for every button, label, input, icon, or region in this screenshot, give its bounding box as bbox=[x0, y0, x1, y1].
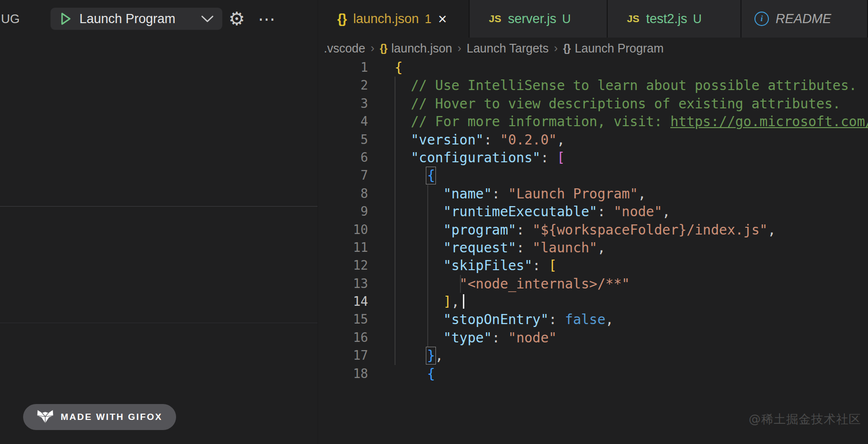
debug-config-selector[interactable]: Launch Program bbox=[51, 8, 222, 30]
line-number[interactable]: 14 bbox=[318, 293, 368, 311]
line-number[interactable]: 9 bbox=[318, 203, 368, 221]
breadcrumb-item-launch-json[interactable]: {}launch.json bbox=[380, 41, 452, 55]
line-number[interactable]: 17 bbox=[318, 347, 368, 365]
line-number[interactable]: 12 bbox=[318, 257, 368, 274]
line-number[interactable]: 8 bbox=[318, 185, 368, 203]
line-content: ], bbox=[368, 293, 464, 311]
code-line-9[interactable]: 9 "runtimeExecutable": "node", bbox=[318, 203, 868, 221]
code-token: "${workspaceFolder}/index.js" bbox=[533, 222, 768, 238]
code-line-15[interactable]: 15 "stopOnEntry": false, bbox=[318, 311, 868, 328]
code-token: "Launch Program" bbox=[508, 186, 638, 202]
close-icon[interactable]: × bbox=[438, 12, 447, 26]
line-content: { bbox=[368, 167, 435, 184]
line-number[interactable]: 13 bbox=[318, 275, 368, 293]
start-debugging-icon[interactable] bbox=[60, 12, 72, 26]
breadcrumb-item-launch-program[interactable]: {}Launch Program bbox=[563, 41, 664, 55]
code-token: { bbox=[395, 60, 403, 76]
tab-label: test2.js bbox=[646, 12, 688, 26]
tab-test2-js[interactable]: JStest2.jsU bbox=[608, 0, 741, 38]
code-token: , bbox=[638, 186, 646, 202]
fox-icon bbox=[37, 409, 54, 425]
line-content: "name": "Launch Program", bbox=[368, 185, 646, 203]
tab-launch-json[interactable]: {}launch.json1× bbox=[318, 0, 470, 38]
line-content: // Hover to view descriptions of existin… bbox=[368, 95, 841, 113]
code-line-5[interactable]: 5 "version": "0.2.0", bbox=[318, 131, 868, 149]
sidebar-title-partial: UG bbox=[1, 0, 20, 38]
breadcrumb-separator: › bbox=[549, 41, 563, 55]
line-number[interactable]: 11 bbox=[318, 239, 368, 257]
line-number[interactable]: 10 bbox=[318, 221, 368, 239]
code-line-11[interactable]: 11 "request": "launch", bbox=[318, 239, 868, 257]
code-line-6[interactable]: 6 "configurations": [ bbox=[318, 149, 868, 167]
code-line-1[interactable]: 1{ bbox=[318, 59, 868, 77]
breadcrumb-separator: › bbox=[365, 41, 380, 55]
code-line-14[interactable]: 14 ], bbox=[318, 293, 868, 311]
line-number[interactable]: 3 bbox=[318, 95, 368, 113]
code-token: : bbox=[516, 222, 533, 238]
line-content: { bbox=[368, 59, 403, 77]
gifox-label: MADE WITH GIFOX bbox=[61, 412, 163, 422]
line-number[interactable]: 5 bbox=[318, 131, 368, 149]
code-line-8[interactable]: 8 "name": "Launch Program", bbox=[318, 185, 868, 203]
code-line-16[interactable]: 16 "type": "node" bbox=[318, 329, 868, 347]
gifox-badge: MADE WITH GIFOX bbox=[23, 404, 176, 430]
code-token: "node" bbox=[613, 204, 662, 220]
code-token: , bbox=[557, 132, 565, 148]
code-token: , bbox=[451, 294, 460, 310]
gear-icon[interactable]: ⚙ bbox=[225, 0, 248, 38]
code-token: "stopOnEntry" bbox=[443, 312, 549, 327]
line-number[interactable]: 7 bbox=[318, 167, 368, 184]
line-number[interactable]: 4 bbox=[318, 113, 368, 131]
code-token: "name" bbox=[443, 186, 492, 202]
code-line-10[interactable]: 10 "program": "${workspaceFolder}/index.… bbox=[318, 221, 868, 239]
code-line-18[interactable]: 18 { bbox=[318, 365, 868, 383]
code-line-4[interactable]: 4 // For more information, visit: https:… bbox=[318, 113, 868, 131]
code-token: // For more information, visit: bbox=[411, 114, 670, 130]
code-line-12[interactable]: 12 "skipFiles": [ bbox=[318, 257, 868, 274]
code-editor[interactable]: 1{2 // Use IntelliSense to learn about p… bbox=[318, 59, 868, 444]
chevron-down-icon[interactable] bbox=[201, 15, 214, 23]
code-line-2[interactable]: 2 // Use IntelliSense to learn about pos… bbox=[318, 77, 868, 94]
line-content: // Use IntelliSense to learn about possi… bbox=[368, 77, 857, 94]
more-actions-icon[interactable]: ⋯ bbox=[253, 0, 280, 38]
line-content: "version": "0.2.0", bbox=[368, 131, 565, 149]
code-token: "version" bbox=[411, 132, 484, 148]
code-token: } bbox=[427, 348, 435, 364]
code-token: : bbox=[549, 312, 565, 327]
code-token: "0.2.0" bbox=[500, 132, 557, 148]
breadcrumb-item--vscode[interactable]: .vscode bbox=[324, 41, 365, 55]
code-line-13[interactable]: 13 "<node_internals>/**" bbox=[318, 275, 868, 293]
tab-server-js[interactable]: JSserver.jsU bbox=[470, 0, 608, 38]
code-token: "program" bbox=[443, 222, 516, 238]
text-cursor bbox=[463, 294, 464, 309]
tab-bar: {}launch.json1×JSserver.jsUJStest2.jsUiR… bbox=[318, 0, 868, 38]
code-token: [ bbox=[549, 258, 557, 274]
breadcrumb-label: Launch Targets bbox=[467, 41, 549, 55]
line-number[interactable]: 2 bbox=[318, 77, 368, 94]
breadcrumb: .vscode›{}launch.json›Launch Targets›{}L… bbox=[318, 38, 868, 59]
tab-label: server.js bbox=[508, 12, 557, 26]
line-number[interactable]: 1 bbox=[318, 59, 368, 77]
info-icon: i bbox=[754, 12, 769, 26]
line-number[interactable]: 16 bbox=[318, 329, 368, 347]
line-number[interactable]: 15 bbox=[318, 311, 368, 328]
js-icon: JS bbox=[627, 13, 639, 25]
line-content: { bbox=[368, 365, 435, 383]
tab-label: launch.json bbox=[353, 12, 419, 26]
json-braces-icon: {} bbox=[563, 42, 570, 54]
code-line-17[interactable]: 17 }, bbox=[318, 347, 868, 365]
tab-readme[interactable]: iREADME bbox=[741, 0, 868, 38]
code-token: [ bbox=[557, 150, 565, 166]
code-token: , bbox=[435, 348, 443, 364]
breadcrumb-separator: › bbox=[452, 41, 467, 55]
line-number[interactable]: 18 bbox=[318, 365, 368, 383]
breadcrumb-item-launch-targets[interactable]: Launch Targets bbox=[467, 41, 549, 55]
code-line-3[interactable]: 3 // Hover to view descriptions of exist… bbox=[318, 95, 868, 113]
code-token: "launch" bbox=[533, 240, 598, 256]
code-line-7[interactable]: 7 { bbox=[318, 167, 868, 184]
code-token: , bbox=[605, 312, 613, 327]
line-number[interactable]: 6 bbox=[318, 149, 368, 167]
code-token: : bbox=[492, 330, 508, 346]
debug-config-label: Launch Program bbox=[79, 12, 201, 26]
code-token: ] bbox=[443, 294, 451, 310]
